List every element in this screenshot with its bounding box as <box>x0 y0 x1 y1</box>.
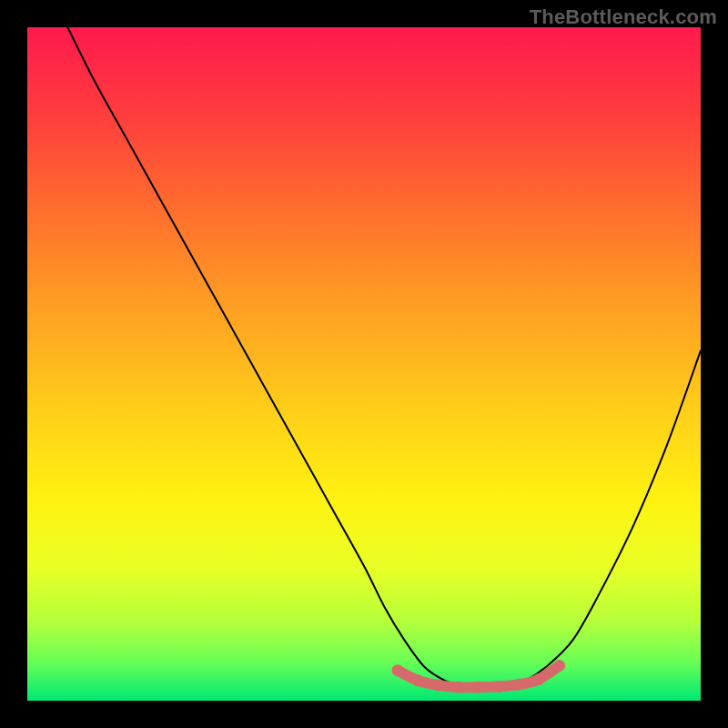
chart-overlay <box>27 27 701 701</box>
watermark-text: TheBottleneck.com <box>530 5 717 29</box>
bottleneck-curve <box>67 27 701 688</box>
chart-frame: TheBottleneck.com <box>0 0 728 728</box>
optimal-range-line <box>398 666 560 688</box>
